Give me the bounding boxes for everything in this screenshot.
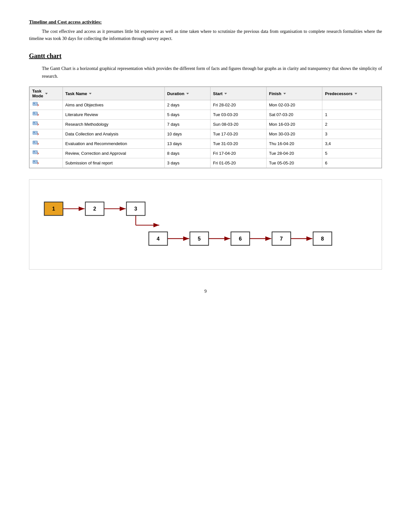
svg-text:6: 6 — [239, 236, 242, 241]
task-start-cell: Fri 17-04-20 — [210, 149, 266, 158]
task-finish-cell: Thu 16-04-20 — [266, 139, 322, 149]
sort-arrow-duration — [186, 93, 189, 94]
svg-rect-13 — [34, 132, 35, 133]
task-predecessors-cell: 2 — [322, 120, 382, 129]
task-name-cell: Review, Correction and Approval — [63, 149, 164, 158]
task-mode-cell — [30, 158, 63, 168]
task-duration-cell: 2 days — [164, 100, 210, 110]
page-number: 9 — [29, 289, 382, 294]
sort-arrow-task-mode — [45, 93, 48, 94]
task-name-cell: Research Methodology — [63, 120, 164, 129]
svg-rect-20 — [33, 151, 37, 154]
task-mode-icon — [32, 150, 39, 156]
col-header-start-label: Start — [213, 91, 223, 96]
svg-rect-8 — [33, 122, 37, 125]
table-row: Submission of final report3 daysFri 01-0… — [30, 158, 382, 168]
task-mode-cell — [30, 129, 63, 139]
task-duration-cell: 10 days — [164, 129, 210, 139]
task-mode-cell — [30, 120, 63, 129]
task-mode-cell — [30, 110, 63, 120]
col-header-task-mode-label: TaskMode — [32, 89, 43, 98]
svg-rect-17 — [34, 142, 35, 143]
svg-text:1: 1 — [52, 206, 55, 212]
task-name-cell: Literature Review — [63, 110, 164, 120]
task-duration-cell: 7 days — [164, 120, 210, 129]
network-diagram: 1 2 3 4 5 6 7 8 — [29, 179, 382, 270]
task-start-cell: Tue 31-03-20 — [210, 139, 266, 149]
task-finish-cell: Mon 02-03-20 — [266, 100, 322, 110]
section-heading-timeline: Timeline and Cost access activities: — [29, 19, 382, 25]
col-header-task-mode[interactable]: TaskMode — [30, 87, 63, 100]
col-header-task-name[interactable]: Task Name — [63, 87, 164, 100]
task-mode-icon — [32, 140, 39, 146]
col-header-predecessors[interactable]: Predecessors — [322, 87, 382, 100]
task-mode-icon — [32, 102, 39, 107]
task-mode-icon — [32, 131, 39, 136]
svg-rect-5 — [34, 113, 35, 113]
task-predecessors-cell — [322, 100, 382, 110]
table-header-row: TaskMode Task Name Duration — [30, 87, 382, 100]
svg-rect-0 — [33, 102, 37, 105]
col-header-predecessors-label: Predecessors — [325, 91, 352, 96]
gantt-table: TaskMode Task Name Duration — [29, 87, 382, 168]
task-name-cell: Evaluation and Recommendetion — [63, 139, 164, 149]
task-duration-cell: 8 days — [164, 149, 210, 158]
task-predecessors-cell: 1 — [322, 110, 382, 120]
sort-arrow-predecessors — [355, 93, 357, 94]
svg-rect-1 — [34, 103, 35, 104]
task-predecessors-cell: 3,4 — [322, 139, 382, 149]
task-start-cell: Sun 08-03-20 — [210, 120, 266, 129]
table-row: Review, Correction and Approval8 daysFri… — [30, 149, 382, 158]
svg-text:3: 3 — [134, 206, 137, 212]
sort-arrow-finish — [283, 93, 286, 94]
table-row: Evaluation and Recommendetion13 daysTue … — [30, 139, 382, 149]
svg-rect-25 — [34, 161, 35, 162]
gantt-table-wrapper: TaskMode Task Name Duration — [29, 86, 382, 168]
task-finish-cell: Mon 30-03-20 — [266, 129, 322, 139]
paragraph-timeline: The cost effective and access as it pres… — [29, 28, 382, 43]
gantt-description: The Gantt Chart is a horizontal graphica… — [42, 65, 382, 80]
svg-rect-21 — [34, 151, 35, 152]
col-header-finish-label: Finish — [269, 91, 281, 96]
col-header-duration[interactable]: Duration — [164, 87, 210, 100]
task-predecessors-cell: 5 — [322, 149, 382, 158]
svg-text:4: 4 — [157, 236, 160, 241]
col-header-start[interactable]: Start — [210, 87, 266, 100]
task-finish-cell: Tue 05-05-20 — [266, 158, 322, 168]
svg-rect-12 — [33, 131, 37, 134]
task-finish-cell: Mon 16-03-20 — [266, 120, 322, 129]
svg-text:5: 5 — [198, 236, 201, 241]
task-duration-cell: 3 days — [164, 158, 210, 168]
svg-rect-9 — [34, 122, 35, 123]
task-predecessors-cell: 3 — [322, 129, 382, 139]
task-mode-cell — [30, 139, 63, 149]
svg-rect-24 — [33, 160, 37, 163]
task-finish-cell: Tue 28-04-20 — [266, 149, 322, 158]
task-duration-cell: 13 days — [164, 139, 210, 149]
task-mode-icon — [32, 121, 39, 127]
task-start-cell: Tue 03-03-20 — [210, 110, 266, 120]
task-mode-cell — [30, 100, 63, 110]
task-mode-icon — [32, 111, 39, 117]
table-row: Literature Review5 daysTue 03-03-20Sat 0… — [30, 110, 382, 120]
svg-text:7: 7 — [280, 236, 283, 241]
col-header-finish[interactable]: Finish — [266, 87, 322, 100]
task-predecessors-cell: 6 — [322, 158, 382, 168]
table-row: Research Methodology7 daysSun 08-03-20Mo… — [30, 120, 382, 129]
task-finish-cell: Sat 07-03-20 — [266, 110, 322, 120]
svg-text:8: 8 — [321, 236, 324, 241]
svg-text:2: 2 — [93, 206, 96, 212]
task-name-cell: Submission of final report — [63, 158, 164, 168]
sort-arrow-start — [224, 93, 227, 94]
gantt-chart-heading: Gantt chart — [29, 52, 382, 60]
table-row: Aims and Objectives2 daysFri 28-02-20Mon… — [30, 100, 382, 110]
sort-arrow-task-name — [89, 93, 92, 94]
task-name-cell: Data Collection and Analysis — [63, 129, 164, 139]
task-duration-cell: 5 days — [164, 110, 210, 120]
svg-rect-16 — [33, 141, 37, 144]
task-name-cell: Aims and Objectives — [63, 100, 164, 110]
task-start-cell: Fri 28-02-20 — [210, 100, 266, 110]
task-start-cell: Tue 17-03-20 — [210, 129, 266, 139]
task-mode-cell — [30, 149, 63, 158]
task-start-cell: Fri 01-05-20 — [210, 158, 266, 168]
